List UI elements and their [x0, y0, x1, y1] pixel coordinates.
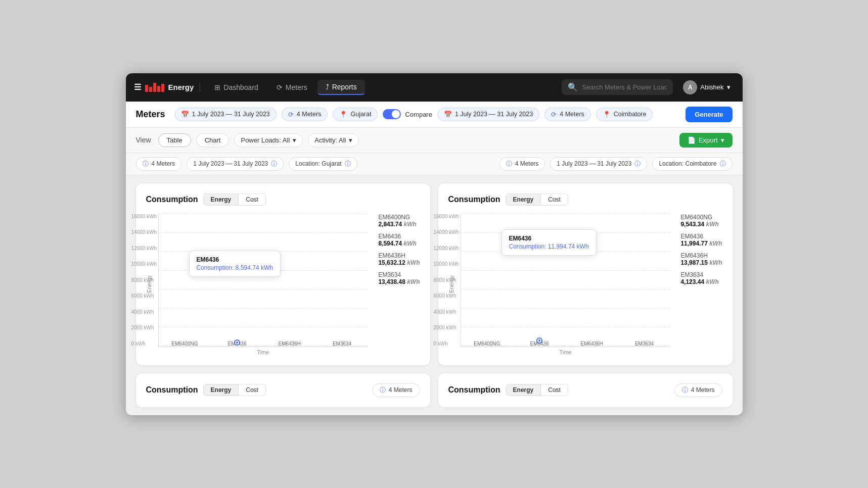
info-icon-3: ⓘ [345, 160, 351, 168]
brand-icon [145, 83, 164, 92]
info-date-left: 1 July 2023 — 31 July 2023 ⓘ [187, 157, 284, 171]
info-icon-bottom-left: ⓘ [380, 386, 386, 395]
activity-filter[interactable]: Activity: All ▾ [308, 133, 359, 147]
bar-group-2[interactable]: EM6436 [217, 339, 257, 347]
y-axis-right: 16000 kWh 14000 kWh 12000 kWh 10000 kWh … [434, 214, 460, 347]
date-range-label-2: 1 July 2023 — 31 July 2023 [455, 111, 533, 118]
tab-meters[interactable]: ⟳ Meters [268, 80, 315, 95]
meters-pill-2[interactable]: ⟳ 4 Meters [544, 108, 591, 121]
tab-meters-label: Meters [286, 83, 307, 91]
info-icon-4: ⓘ [506, 160, 512, 168]
toolbar: Meters 📅 1 July 2023 — 31 July 2023 ⟳ 4 … [126, 102, 743, 128]
cost-tab-right[interactable]: Cost [541, 194, 568, 205]
location-pill-1[interactable]: 📍 Gujarat [333, 108, 378, 121]
export-icon: 📄 [688, 136, 696, 144]
legend-right-item-3: EM6436H 13,987.15 kWh [680, 252, 722, 266]
chart-wrapper-right: 16000 kWh 14000 kWh 12000 kWh 10000 kWh … [461, 214, 671, 355]
legend-right: EM6400NG 9,543.34 kWh EM6436 11,994.77 k… [676, 214, 722, 355]
bottom-cost-tab-right[interactable]: Cost [541, 384, 568, 396]
meters-pill-1[interactable]: ⟳ 4 Meters [282, 108, 328, 121]
bottom-card-right: Consumption Energy Cost ⓘ 4 Meters [438, 373, 733, 407]
export-button[interactable]: 📄 Export ▾ [679, 133, 733, 148]
bar-chart-inner-right: 16000 kWh 14000 kWh 12000 kWh 10000 kWh … [461, 214, 671, 347]
energy-tab-right[interactable]: Energy [506, 194, 541, 205]
tab-group-left: Energy Cost [203, 193, 266, 206]
avatar: A [683, 80, 697, 94]
chart-title-left: Consumption [146, 195, 198, 204]
chart-view-button[interactable]: Chart [196, 133, 230, 147]
bar-group-right-4: EM3634 [624, 339, 665, 347]
tab-reports-label: Reports [332, 83, 357, 91]
compare-label: Compare [405, 111, 432, 118]
table-view-button[interactable]: Table [158, 133, 191, 147]
view-label: View [136, 136, 151, 144]
meters-icon-2: ⟳ [551, 111, 557, 118]
bottom-title-right: Consumption [448, 385, 500, 395]
location-pill-2[interactable]: 📍 Coimbatore [596, 108, 653, 121]
chart-card-right: Consumption Energy Cost Energy 16000 kWh… [438, 183, 733, 365]
search-input[interactable] [582, 83, 667, 91]
power-loads-filter[interactable]: Power Loads: All ▾ [234, 133, 303, 147]
tab-dashboard[interactable]: ⊞ Dashboard [206, 80, 266, 95]
chevron-down-icon-power: ▾ [293, 136, 296, 144]
chart-header-left: Consumption Energy Cost [146, 193, 420, 206]
energy-tab-left[interactable]: Energy [204, 194, 239, 205]
chart-header-right: Consumption Energy Cost [448, 193, 722, 206]
bar-group-right-3: EM6436H [572, 339, 612, 347]
menu-icon[interactable]: ☰ [134, 82, 141, 92]
date-range-pill-1[interactable]: 📅 1 July 2023 — 31 July 2023 [174, 108, 277, 121]
chevron-down-icon: ▾ [727, 83, 730, 91]
meters-label-2: 4 Meters [560, 111, 584, 118]
date-range-pill-2[interactable]: 📅 1 July 2023 — 31 July 2023 [437, 108, 539, 121]
page-title: Meters [136, 109, 165, 120]
info-location-left: Location: Gujarat ⓘ [289, 157, 357, 171]
legend-item-1: EM6400NG 2,843.74 kWh [378, 214, 420, 228]
main-content: Consumption Energy Cost Energy 16000 kWh… [126, 175, 743, 415]
compare-toggle[interactable]: Compare [383, 109, 432, 119]
grid-lines-left [159, 214, 369, 347]
tooltip-right: EM6436 Consumption: 11,994.74 kWh [501, 229, 597, 256]
calendar-icon-2: 📅 [444, 111, 452, 118]
bottom-title-left: Consumption [146, 385, 198, 395]
info-date-right: 1 July 2023 — 31 July 2023 ⓘ [550, 157, 647, 171]
bottom-energy-tab-right[interactable]: Energy [506, 384, 541, 396]
dashboard-icon: ⊞ [214, 83, 220, 91]
tooltip-dot-left [235, 340, 239, 345]
location-label-2: Coimbatore [614, 111, 647, 118]
chart-area-right: Energy 16000 kWh 14000 kWh 12000 kWh 100… [448, 214, 722, 355]
x-label-left: Time [158, 349, 369, 355]
tooltip-value-left: Consumption: 8,594.74 kWh [197, 264, 273, 271]
bottom-energy-tab-left[interactable]: Energy [204, 384, 239, 396]
user-menu[interactable]: A Abishek ▾ [679, 78, 734, 96]
info-icon-bottom-right: ⓘ [682, 386, 688, 395]
nav-tabs: ⊞ Dashboard ⟳ Meters ⤴ Reports [206, 80, 556, 95]
bar-group-right-2[interactable]: EM6436 [519, 339, 560, 347]
toggle-switch[interactable] [383, 109, 401, 119]
meters-icon: ⟳ [277, 83, 283, 91]
tooltip-dot-right [537, 338, 541, 343]
tab-reports[interactable]: ⤴ Reports [317, 80, 365, 95]
legend-item-3: EM6436H 15,632.12 kWh [378, 252, 420, 266]
bar-group-4: EM3634 [322, 339, 362, 347]
info-date-right-label: 1 July 2023 — 31 July 2023 [557, 160, 631, 167]
view-bar: View Table Chart Power Loads: All ▾ Acti… [126, 128, 743, 153]
bottom-tab-group-right: Energy Cost [506, 384, 568, 396]
export-label: Export [699, 136, 718, 144]
tab-group-right: Energy Cost [506, 193, 568, 206]
bottom-tab-group-left: Energy Cost [203, 384, 266, 396]
bar-group-right-1: EM6400NG [467, 339, 508, 347]
generate-button[interactable]: Generate [686, 107, 732, 122]
tooltip-left: EM6436 Consumption: 8,594.74 kWh [189, 251, 281, 277]
legend-right-item-1: EM6400NG 9,543.34 kWh [680, 214, 722, 228]
reports-icon: ⤴ [326, 83, 329, 91]
info-meters-right: ⓘ 4 Meters [499, 157, 545, 171]
chart-wrapper-left: 16000 kWh 14000 kWh 12000 kWh 10000 kWh … [158, 214, 369, 355]
cost-tab-left[interactable]: Cost [239, 194, 265, 205]
bottom-cost-tab-left[interactable]: Cost [239, 384, 265, 396]
calendar-icon-1: 📅 [181, 111, 189, 118]
bar-group-1: EM6400NG [165, 339, 205, 347]
search-box: 🔍 [562, 79, 673, 95]
app-window: ☰ Energy ⊞ Dashboard ⟳ Meters ⤴ Reports [126, 73, 743, 415]
navbar: ☰ Energy ⊞ Dashboard ⟳ Meters ⤴ Reports [126, 73, 743, 102]
y-axis-left: 16000 kWh 14000 kWh 12000 kWh 10000 kWh … [131, 214, 157, 347]
